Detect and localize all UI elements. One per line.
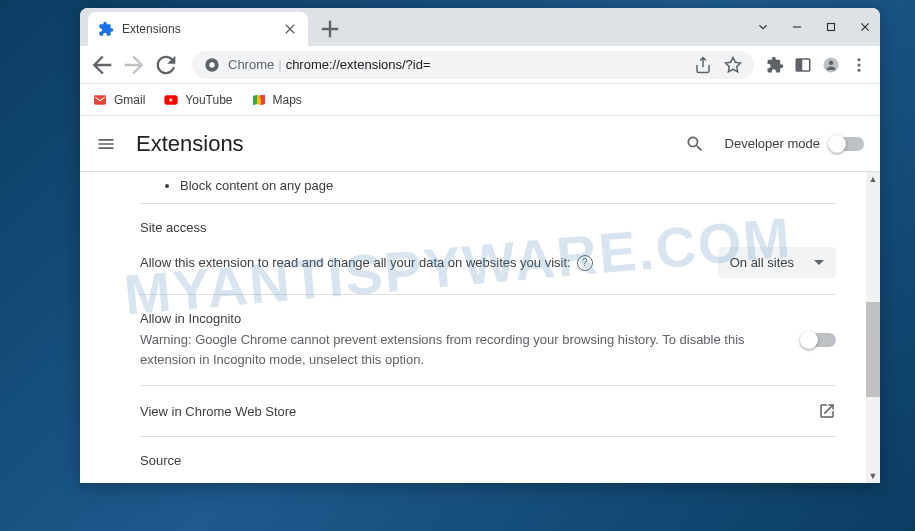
web-store-label: View in Chrome Web Store [140, 404, 296, 419]
chevron-down-icon [814, 260, 824, 265]
back-button[interactable] [88, 51, 116, 79]
content-area: Block content on any page Site access Al… [80, 172, 880, 483]
maximize-icon[interactable] [824, 20, 838, 34]
browser-toolbar: Chrome | chrome://extensions/?id= [80, 46, 880, 84]
extensions-header: Extensions Developer mode [80, 116, 880, 172]
content-scroll[interactable]: Block content on any page Site access Al… [80, 172, 866, 483]
browser-tab[interactable]: Extensions [88, 12, 308, 46]
share-icon[interactable] [694, 56, 712, 74]
bookmark-gmail[interactable]: Gmail [92, 92, 145, 108]
svg-point-10 [858, 68, 861, 71]
bookmark-label: YouTube [185, 93, 232, 107]
bookmark-maps[interactable]: Maps [251, 92, 302, 108]
site-access-description: Allow this extension to read and change … [140, 255, 593, 271]
web-store-section[interactable]: View in Chrome Web Store [140, 386, 836, 437]
maps-icon [251, 92, 267, 108]
svg-rect-5 [796, 59, 802, 71]
bookmarks-bar: Gmail YouTube Maps [80, 84, 880, 116]
chrome-logo-icon [204, 57, 220, 73]
tab-title: Extensions [122, 22, 274, 36]
scroll-down-arrow[interactable]: ▼ [866, 469, 880, 483]
developer-mode-label: Developer mode [725, 136, 820, 151]
reload-button[interactable] [152, 51, 180, 79]
svg-rect-1 [828, 24, 835, 31]
extension-puzzle-icon [98, 21, 114, 37]
close-window-icon[interactable] [858, 20, 872, 34]
incognito-section: Allow in Incognito Warning: Google Chrom… [140, 295, 836, 386]
permissions-section: Block content on any page [140, 172, 836, 204]
scroll-up-arrow[interactable]: ▲ [866, 172, 880, 186]
incognito-warning: Warning: Google Chrome cannot prevent ex… [140, 330, 786, 369]
side-panel-icon[interactable] [794, 56, 812, 74]
source-title: Source [140, 453, 836, 468]
bookmark-label: Gmail [114, 93, 145, 107]
svg-point-8 [858, 58, 861, 61]
svg-point-3 [209, 62, 214, 67]
kebab-menu-icon[interactable] [850, 56, 868, 74]
source-section: Source [140, 437, 836, 483]
profile-avatar-icon[interactable] [822, 56, 840, 74]
dropdown-value: On all sites [730, 255, 794, 270]
bookmark-youtube[interactable]: YouTube [163, 92, 232, 108]
site-access-dropdown[interactable]: On all sites [718, 247, 836, 278]
new-tab-button[interactable] [316, 15, 344, 43]
hamburger-menu-icon[interactable] [96, 134, 116, 154]
bookmark-star-icon[interactable] [724, 56, 742, 74]
svg-rect-0 [793, 26, 801, 27]
help-icon[interactable]: ? [577, 255, 593, 271]
page-title: Extensions [136, 131, 665, 157]
minimize-icon[interactable] [790, 20, 804, 34]
incognito-title: Allow in Incognito [140, 311, 786, 326]
forward-button[interactable] [120, 51, 148, 79]
svg-point-7 [829, 60, 834, 65]
permission-item: Block content on any page [180, 178, 836, 193]
incognito-toggle[interactable] [802, 333, 836, 347]
bookmark-label: Maps [273, 93, 302, 107]
youtube-icon [163, 92, 179, 108]
search-icon[interactable] [685, 134, 705, 154]
extensions-puzzle-icon[interactable] [766, 56, 784, 74]
svg-point-12 [259, 94, 263, 98]
scrollbar[interactable]: ▲ ▼ [866, 172, 880, 483]
window-controls [756, 8, 880, 46]
svg-point-9 [858, 63, 861, 66]
section-title: Site access [140, 220, 836, 235]
gmail-icon [92, 92, 108, 108]
scrollbar-thumb[interactable] [866, 302, 880, 397]
site-access-section: Site access Allow this extension to read… [140, 204, 836, 295]
developer-mode-row: Developer mode [725, 136, 864, 151]
chevron-down-icon[interactable] [756, 20, 770, 34]
address-bar[interactable]: Chrome | chrome://extensions/?id= [192, 51, 754, 79]
browser-window: Extensions Chrome | chrome://extensions/… [80, 8, 880, 483]
developer-mode-toggle[interactable] [830, 137, 864, 151]
open-external-icon [818, 402, 836, 420]
close-tab-icon[interactable] [282, 21, 298, 37]
omnibox-text: Chrome | chrome://extensions/?id= [228, 57, 431, 72]
